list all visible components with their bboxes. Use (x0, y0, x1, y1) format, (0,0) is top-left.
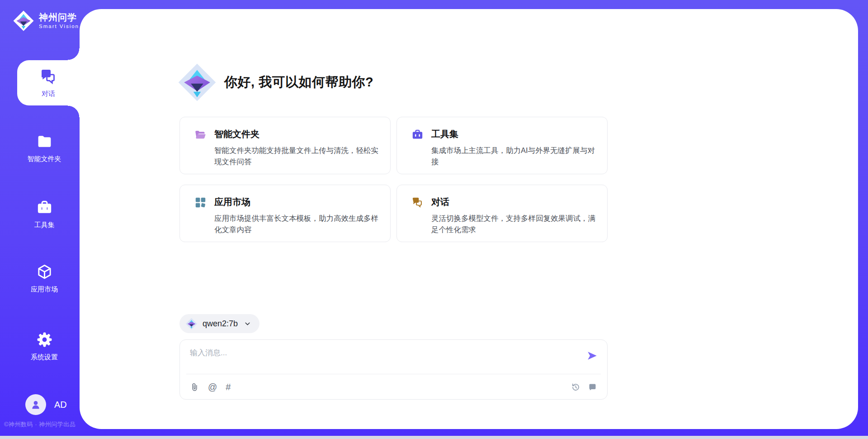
model-name: qwen2:7b (203, 319, 238, 329)
sidebar-item-label: 智能文件夹 (28, 155, 61, 163)
cube-icon (36, 263, 53, 280)
card-title: 智能文件夹 (214, 128, 378, 140)
model-diamond-icon (185, 318, 198, 330)
brand-name: 神州问学 (39, 12, 79, 22)
message-input[interactable] (190, 348, 579, 370)
card-toolset[interactable]: 工具集 集成市场上主流工具，助力AI与外界无缝扩展与对接 (396, 117, 608, 174)
mention-icon[interactable]: @ (208, 382, 217, 391)
send-icon[interactable] (586, 350, 598, 362)
history-icon[interactable] (571, 382, 580, 392)
sidebar-item-label: 应用市场 (31, 285, 58, 294)
sidebar-item-smart-folder[interactable]: 智能文件夹 (9, 133, 80, 163)
sidebar-item-label: 系统设置 (31, 353, 58, 362)
card-chat[interactable]: 对话 灵活切换多模型文件，支持多样回复效果调试，满足个性化需求 (396, 185, 608, 242)
greeting-header: 你好, 我可以如何帮助你? (177, 62, 373, 102)
feedback-bubble-icon[interactable] (588, 382, 597, 392)
message-composer: @ # (179, 339, 608, 400)
card-description: 集成市场上主流工具，助力AI与外界无缝扩展与对接 (431, 145, 595, 167)
sidebar: 神州问学 Smart Vision 对话 智能文件夹 工具集 (0, 0, 80, 439)
sidebar-item-label: 对话 (42, 90, 55, 98)
brand-logo: 神州问学 Smart Vision (13, 10, 79, 32)
briefcase-icon (36, 199, 53, 216)
hashtag-icon[interactable]: # (226, 382, 231, 391)
brand-diamond-icon (13, 10, 34, 32)
user-profile[interactable]: AD (25, 394, 67, 415)
brand-subtitle: Smart Vision (39, 24, 79, 29)
avatar (25, 394, 46, 415)
briefcase-icon (411, 129, 424, 141)
composer-divider (186, 374, 601, 374)
sidebar-item-app-market[interactable]: 应用市场 (9, 263, 80, 294)
card-description: 应用市场提供丰富长文本模板，助力高效生成多样化文章内容 (214, 213, 378, 235)
person-icon (30, 399, 42, 410)
user-initials: AD (54, 400, 67, 410)
sidebar-item-label: 工具集 (34, 221, 55, 229)
chevron-down-icon (244, 320, 251, 328)
model-selector[interactable]: qwen2:7b (179, 314, 259, 333)
card-smart-folder[interactable]: 智能文件夹 智能文件夹功能支持批量文件上传与清洗，轻松实现文件问答 (179, 117, 391, 174)
sidebar-item-toolset[interactable]: 工具集 (9, 199, 80, 229)
assistant-diamond-icon (177, 62, 217, 102)
card-description: 灵活切换多模型文件，支持多样回复效果调试，满足个性化需求 (431, 213, 595, 235)
bottom-edge-strip (0, 436, 868, 439)
card-description: 智能文件夹功能支持批量文件上传与清洗，轻松实现文件问答 (214, 145, 378, 167)
feature-cards: 智能文件夹 智能文件夹功能支持批量文件上传与清洗，轻松实现文件问答 工具集 集成… (179, 117, 608, 242)
attachment-icon[interactable] (190, 382, 199, 392)
sidebar-footer-credit: ©神州数码 · 神州问学出品 (4, 420, 75, 429)
folder-icon (36, 133, 53, 150)
gear-icon (36, 331, 53, 348)
greeting-text: 你好, 我可以如何帮助你? (224, 73, 373, 91)
composer-toolbar: @ # (190, 379, 597, 395)
card-title: 工具集 (431, 128, 595, 140)
folder-open-icon (194, 129, 207, 141)
chat-bubbles-icon (39, 67, 57, 86)
card-title: 应用市场 (214, 196, 378, 208)
sidebar-item-settings[interactable]: 系统设置 (9, 331, 80, 362)
card-title: 对话 (431, 196, 595, 208)
sidebar-item-chat[interactable]: 对话 (17, 60, 80, 105)
app-market-icon (194, 196, 207, 209)
card-app-market[interactable]: 应用市场 应用市场提供丰富长文本模板，助力高效生成多样化文章内容 (179, 185, 391, 242)
chat-bubbles-icon (411, 196, 424, 209)
